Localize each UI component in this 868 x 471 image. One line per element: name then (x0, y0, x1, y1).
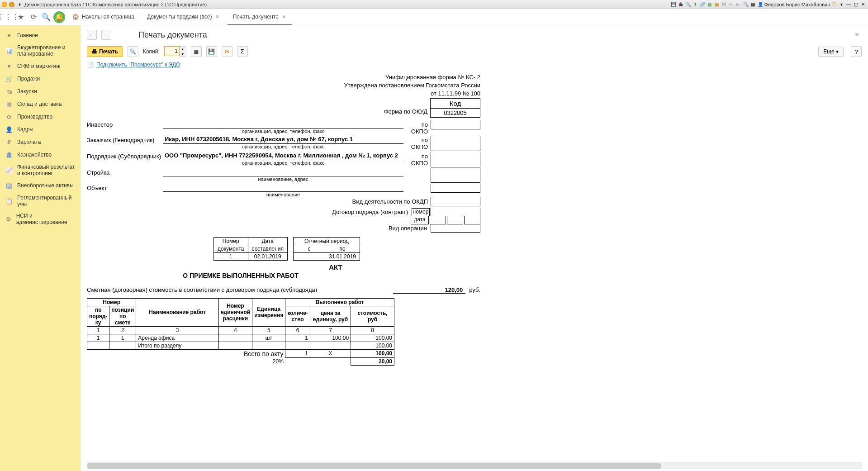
code-table: Код 0322005 (430, 98, 480, 118)
document-viewport[interactable]: Унифицированная форма № КС- 2 Утверждена… (81, 69, 868, 462)
sidebar-item-nsi[interactable]: ⚙НСИ и администрирование (0, 210, 81, 228)
site-code-cell (431, 168, 480, 183)
print-icon: 🖶 (92, 48, 97, 55)
calc-icon[interactable]: ▦ (707, 1, 713, 8)
spin-down[interactable]: ▼ (180, 52, 186, 57)
info-icon[interactable]: ⓘ (831, 1, 837, 8)
sidebar-item-production[interactable]: ⚙Производство (0, 110, 81, 123)
print-icon[interactable]: 🖶 (678, 1, 684, 8)
save-button[interactable]: 💾 (206, 46, 217, 57)
sidebar-item-main[interactable]: ≡Главное (0, 29, 81, 42)
help-button[interactable]: ? (851, 46, 862, 57)
forward-button[interactable]: → (101, 30, 111, 40)
notify-icon[interactable]: 🔔 (53, 11, 65, 23)
building-icon: 🏢 (5, 182, 13, 189)
sidebar-label: Склад и доставка (17, 101, 62, 107)
history-icon[interactable]: ⟳ (28, 12, 39, 23)
search-icon[interactable]: 🔍 (41, 12, 52, 23)
bag-icon: 🛍 (5, 88, 13, 95)
sidebar-item-assets[interactable]: 🏢Внеоборотные активы (0, 179, 81, 192)
m-minus-icon[interactable]: M- (735, 1, 742, 8)
sidebar-item-warehouse[interactable]: ▦Склад и доставка (0, 98, 81, 110)
customer-label: Заказчик (Генподрядчик) (87, 136, 163, 143)
zoom-icon[interactable]: 🔍 (743, 1, 749, 8)
date-m (447, 216, 463, 224)
cal-icon[interactable]: ▦ (714, 1, 720, 8)
settings-button[interactable]: ▦ (191, 46, 202, 57)
dropdown2-icon[interactable]: ▾ (838, 1, 844, 8)
scrollbar-thumb[interactable] (87, 463, 661, 469)
sidebar-label: Кадры (17, 126, 33, 133)
dropdown-icon[interactable]: ▾ (16, 1, 23, 8)
okdp-cell (431, 197, 480, 206)
more-button[interactable]: Еще ▾ (818, 47, 844, 57)
sidebar-label: НСИ и администрирование (16, 213, 75, 225)
sidebar-label: Внеоборотные активы (17, 182, 74, 189)
save-icon[interactable]: 💾 (670, 1, 677, 8)
doc-date: 02.01.2019 (248, 252, 287, 260)
td: Итого по разделу (136, 342, 219, 349)
period-table: Отчетный период спо 31.01.2019 (293, 237, 360, 261)
contractor-value: ООО "Промресурс", ИНН 7722590954, Москва… (163, 152, 403, 160)
sidebar-item-budget[interactable]: 📊Бюджетирование и планирование (0, 42, 81, 60)
tab-home[interactable]: 🏠Начальная страница (67, 10, 140, 24)
content-area: ← → Печать документа × 🖶Печать 🔍 Копий: … (81, 25, 868, 471)
apps-icon[interactable]: ⋮⋮⋮ (3, 12, 14, 23)
close-icon[interactable]: × (215, 13, 220, 20)
op-label: Вид операции (389, 225, 430, 232)
home-icon: 🏠 (72, 14, 79, 20)
toolbar: 🖶Печать 🔍 Копий: ▲▼ ▦ 💾 ✉ Σ Еще ▾ ? (81, 44, 868, 61)
sidebar-label: Производство (17, 114, 52, 120)
upload-icon[interactable]: ⬆ (692, 1, 698, 8)
info-note: организация, адрес, телефон, факс (163, 144, 403, 149)
tab-sales-docs[interactable]: Документы продажи (все)× (142, 10, 226, 25)
maximize-icon[interactable]: ▢ (853, 1, 859, 8)
edo-link[interactable]: Подключить "Промресурс" к ЭДО (96, 62, 180, 68)
close-page-button[interactable]: × (852, 30, 862, 40)
doc-icon: 📄 (87, 62, 94, 68)
sidebar-item-salary[interactable]: ₽Зарплата (0, 136, 81, 148)
okud-value: 0322005 (431, 108, 480, 117)
mail-button[interactable]: ✉ (222, 46, 232, 57)
sidebar-item-regulated[interactable]: 📋Регламентированный учет (0, 192, 81, 210)
graph-icon: 📈 (5, 167, 13, 174)
okpo-label: по ОКПО (403, 120, 431, 135)
bank-icon: 🏦 (5, 151, 13, 158)
sidebar-item-treasury[interactable]: 🏦Казначейство (0, 148, 81, 161)
td: 100,00 (351, 342, 394, 349)
grid-icon[interactable]: ▦ (750, 1, 756, 8)
clip-icon: 📋 (5, 197, 13, 205)
print-button[interactable]: 🖶Печать (87, 46, 123, 57)
col-num: 7 (310, 326, 351, 334)
okpo-cell (431, 136, 480, 151)
sidebar-item-sales[interactable]: 🛒Продажи (0, 72, 81, 85)
preview-icon[interactable]: 🔍 (685, 1, 691, 8)
close-window-icon[interactable]: ✕ (860, 1, 866, 8)
vat-label: 20% (87, 358, 285, 366)
period-from (293, 252, 325, 260)
sidebar-item-hr[interactable]: 👤Кадры (0, 123, 81, 136)
star-icon[interactable]: ★ (15, 12, 26, 23)
tab-print-doc[interactable]: Печать документа× (228, 10, 292, 25)
h-scrollbar[interactable] (87, 462, 862, 469)
sidebar-item-purchase[interactable]: 🛍Закупки (0, 85, 81, 98)
cart-icon: 🛒 (5, 75, 13, 82)
sidebar-label: Закупки (17, 88, 37, 95)
copies-input[interactable] (164, 46, 180, 56)
preview-button[interactable]: 🔍 (128, 46, 138, 57)
sidebar-item-finance[interactable]: 📈Финансовый результат и контроллинг (0, 161, 81, 179)
back-button[interactable]: ← (87, 30, 97, 40)
sidebar-item-crm[interactable]: ♥CRM и маркетинг (0, 60, 81, 72)
td: X (310, 349, 351, 358)
link-icon[interactable]: 🔗 (699, 1, 706, 8)
sum-button[interactable]: Σ (237, 46, 248, 57)
heart-icon: ♥ (5, 62, 13, 70)
m-plus-icon[interactable]: M+ (728, 1, 735, 8)
minimize-icon[interactable]: — (845, 1, 852, 8)
spin-up[interactable]: ▲ (180, 47, 186, 52)
close-icon[interactable]: × (281, 13, 287, 20)
window-title: Демонстрационная база / 1С:Комплексная а… (24, 2, 207, 7)
m-icon[interactable]: M (721, 1, 727, 8)
chart-icon: 📊 (5, 47, 13, 54)
document-body: Унифицированная форма № КС- 2 Утверждена… (87, 73, 480, 366)
